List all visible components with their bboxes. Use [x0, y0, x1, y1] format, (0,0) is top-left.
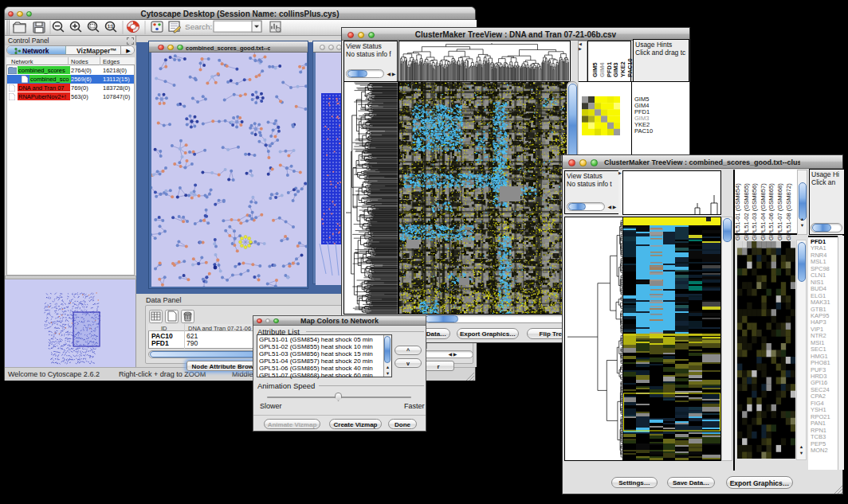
svg-text:1:1: 1:1 [108, 25, 113, 29]
svg-text:Search:: Search: [185, 23, 212, 32]
